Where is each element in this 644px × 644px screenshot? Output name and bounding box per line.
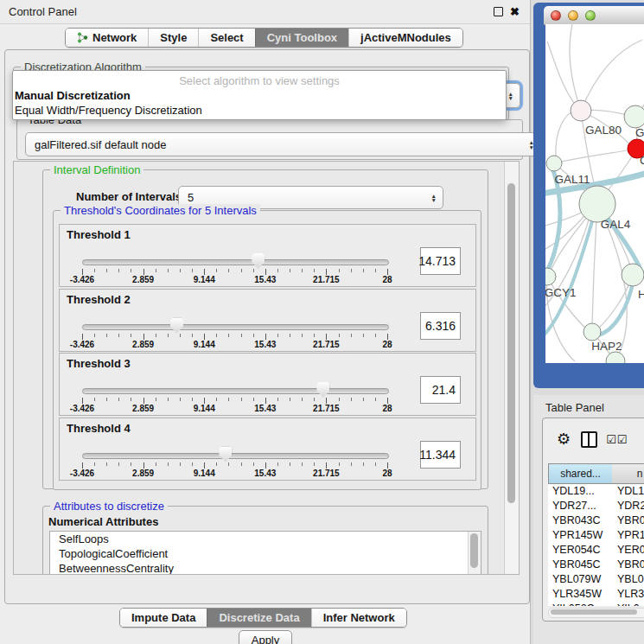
numerical-attributes-list[interactable]: SelfLoopsTopologicalCoefficientBetweenne…: [49, 531, 481, 575]
threshold-slider-thumb[interactable]: [219, 447, 232, 462]
network-node[interactable]: [622, 264, 644, 286]
columns-icon[interactable]: [581, 431, 597, 448]
table-row[interactable]: YIL052CYIL0: [548, 602, 644, 606]
network-edge[interactable]: [554, 150, 630, 163]
threshold-slider-track[interactable]: [82, 324, 389, 330]
network-node[interactable]: [571, 100, 591, 121]
tick-label: -3.426: [70, 469, 94, 478]
column-header-name[interactable]: n: [612, 463, 644, 484]
threshold-slider-track[interactable]: [82, 388, 389, 394]
checkboxes-icon[interactable]: ☑☑: [606, 433, 628, 446]
column-header-shared[interactable]: shared...: [548, 463, 613, 484]
zoom-traffic-light-icon[interactable]: [585, 10, 596, 21]
tab-impute-data[interactable]: Impute Data: [120, 609, 207, 627]
apply-button[interactable]: Apply: [239, 630, 292, 644]
threshold-slider-track[interactable]: [82, 453, 389, 459]
scrollbar-thumb[interactable]: [551, 609, 637, 615]
major-tick: [143, 462, 144, 469]
attributes-group: Attributes to discretize Numerical Attri…: [42, 506, 488, 575]
tick-label: 28: [382, 404, 392, 413]
table-row[interactable]: YBL079WYBL0: [548, 572, 644, 587]
close-traffic-light-icon[interactable]: [551, 10, 561, 21]
slider-tick-labels: -3.4262.8599.14415.4321.71528: [82, 275, 387, 285]
tab-style[interactable]: Style: [148, 29, 198, 47]
major-tick: [204, 398, 205, 404]
attribute-list-item[interactable]: BetweennessCentrality: [50, 561, 481, 575]
tab-discretize-data[interactable]: Discretize Data: [207, 609, 310, 627]
attributes-scrollbar[interactable]: [468, 532, 481, 575]
table-horizontal-scrollbar[interactable]: [548, 608, 644, 618]
tick-label: -3.426: [70, 340, 94, 349]
threshold-slider-thumb[interactable]: [170, 318, 183, 334]
float-window-icon[interactable]: [494, 7, 503, 16]
node-label: GAL4: [601, 218, 631, 231]
minor-tick: [314, 462, 315, 466]
network-edge[interactable]: [570, 24, 581, 111]
major-tick: [265, 334, 266, 340]
threshold-value-field[interactable]: 21.4: [420, 376, 461, 404]
tick-label: 15.43: [254, 340, 276, 349]
minor-tick: [168, 462, 169, 466]
table-row[interactable]: YBR043CYBR0: [548, 513, 644, 528]
tab-jactivemnodules[interactable]: jActiveMNodules: [348, 29, 462, 47]
network-node[interactable]: [545, 268, 556, 285]
threshold-value-field[interactable]: 6.316: [420, 312, 461, 340]
network-node[interactable]: [624, 105, 644, 128]
network-canvas[interactable]: GAL80GACGAL11GAL4GCY1HHAP2: [545, 24, 644, 363]
tab-infer-network[interactable]: Infer Network: [311, 609, 406, 627]
threshold-slider-thumb[interactable]: [316, 382, 329, 398]
minor-tick: [94, 269, 95, 272]
network-window-titlebar[interactable]: [544, 6, 644, 25]
tab-cyni-toolbox[interactable]: Cyni Toolbox: [255, 29, 348, 47]
table-row[interactable]: YDR27...YDR2: [548, 499, 644, 513]
dropdown-option[interactable]: Manual Discretization: [13, 88, 506, 103]
threshold-value-field[interactable]: 11.344: [420, 441, 461, 469]
thresholds-group: Threshold's Coordinates for 5 Intervals …: [53, 210, 481, 490]
minor-tick: [363, 334, 364, 337]
slider-tick-labels: -3.4262.8599.14415.4321.71528: [82, 340, 387, 350]
minor-tick: [216, 269, 217, 272]
major-tick: [143, 269, 144, 275]
minor-tick: [241, 462, 242, 466]
table-row[interactable]: YLR345WYLR3: [548, 587, 644, 602]
table-row[interactable]: YER054CYER0: [548, 543, 644, 558]
threshold-value-field[interactable]: 14.713: [420, 247, 461, 275]
network-node[interactable]: [579, 186, 615, 222]
threshold-slider-thumb[interactable]: [252, 253, 265, 269]
network-node[interactable]: [546, 156, 562, 171]
network-edge[interactable]: [556, 112, 573, 158]
minor-tick: [106, 462, 107, 466]
major-tick: [387, 398, 388, 404]
cyni-bottom-tabbar: Impute DataDiscretize DataInfer Network: [119, 608, 407, 628]
node-label: GAL11: [554, 173, 590, 186]
minor-tick: [375, 462, 376, 466]
minimize-traffic-light-icon[interactable]: [568, 10, 578, 21]
tab-label: Discretize Data: [219, 611, 299, 624]
attribute-list-item[interactable]: TopologicalCoefficient: [50, 546, 481, 561]
scrollbar-thumb[interactable]: [470, 533, 478, 568]
network-node[interactable]: [583, 323, 601, 341]
dropdown-option[interactable]: Equal Width/Frequency Discretization: [13, 103, 506, 118]
tab-select[interactable]: Select: [198, 29, 254, 47]
node-label: GAL80: [585, 124, 622, 137]
tab-network[interactable]: Network: [66, 29, 148, 47]
table-row[interactable]: YPR145WYPR1: [548, 528, 644, 543]
attribute-list-item[interactable]: SelfLoops: [50, 532, 481, 546]
thresholds-group-title: Threshold's Coordinates for 5 Intervals: [61, 204, 260, 217]
table-row[interactable]: YDL19...YDL1: [548, 484, 644, 499]
close-icon[interactable]: ✖: [510, 6, 520, 17]
scrollbar-thumb[interactable]: [507, 183, 515, 503]
network-edge[interactable]: [581, 40, 642, 111]
minor-tick: [363, 398, 364, 401]
network-view-window[interactable]: GAL80GACGAL11GAL4GCY1HHAP2: [533, 3, 644, 388]
table-data-combobox[interactable]: galFiltered.sif default node ▲▼: [25, 132, 541, 156]
table-row[interactable]: YBR045CYBR0: [548, 558, 644, 572]
threshold-slider-track[interactable]: [82, 259, 389, 265]
control-panel-titlebar: Control Panel ✖: [0, 0, 530, 24]
minor-tick: [118, 334, 119, 337]
network-edge[interactable]: [547, 41, 581, 111]
combo-stepper-icon: ▲▼: [508, 91, 513, 100]
gear-icon[interactable]: ⚙: [557, 431, 571, 447]
panel-vertical-scrollbar[interactable]: [504, 162, 519, 574]
network-node[interactable]: [606, 352, 625, 363]
